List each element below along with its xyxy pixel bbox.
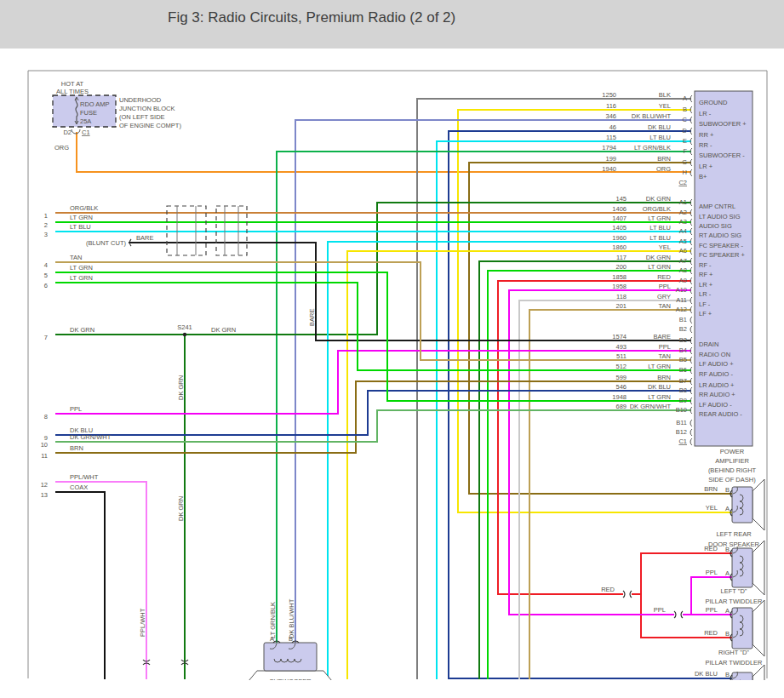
- circuit-number-label: 1406: [612, 205, 627, 213]
- connector-function-label: RR AUDIO +: [699, 391, 735, 398]
- wire-color-label: BRN: [70, 444, 83, 452]
- wire-red: [632, 553, 733, 594]
- wire-color-label: YEL: [706, 504, 718, 512]
- circuit-number-label: 1407: [612, 215, 627, 222]
- wire-tan: [55, 262, 691, 360]
- wire-color-label: DK BLU: [648, 383, 671, 391]
- pin-letter-label: B12: [676, 428, 687, 436]
- speaker-caption: LEFT "D": [720, 587, 747, 595]
- pin-letter-label: A5: [679, 237, 687, 245]
- pin-arc-icon: [690, 438, 692, 445]
- wire-color-label: TAN: [659, 302, 671, 310]
- pin-letter-label: B: [683, 106, 687, 113]
- wire-color-label: LT BLU: [650, 234, 671, 242]
- circuit-number-label: 46: [609, 123, 616, 131]
- pin-arc-icon: [690, 326, 692, 333]
- connector-function-label: AMP CNTRL: [699, 203, 735, 210]
- connector-function-label: RF AUDIO -: [699, 370, 734, 378]
- connector-function-label: FC SPEAKER -: [699, 242, 744, 249]
- junction-block-label: UNDERHOOD: [119, 96, 162, 104]
- connector-function-label: LF AUDIO +: [699, 360, 734, 368]
- connector-function-label: RR -: [699, 141, 712, 149]
- wire-color-label: BLK: [659, 91, 671, 99]
- wire-color-label: DK GRN: [646, 195, 671, 203]
- circuit-number-label: 689: [615, 403, 627, 410]
- pin-letter-label: A: [683, 94, 687, 102]
- wire-color-label: BRN: [657, 155, 671, 163]
- connector-c2-label: C2: [678, 179, 687, 186]
- connector-function-label: RR +: [699, 131, 714, 139]
- circuit-number-label: 116: [606, 102, 616, 110]
- pin-letter-label: D: [683, 127, 688, 134]
- connector-function-label: RT AUDIO SIG: [699, 232, 741, 239]
- connector-function-label: B+: [699, 173, 707, 180]
- pin-letter-label: B11: [676, 419, 687, 426]
- circuit-number-label: 346: [605, 112, 616, 120]
- wire-color-label: DK GRN/WHT: [630, 403, 672, 410]
- wire-color-label: ORG/BLK: [70, 204, 98, 212]
- hot-at-all-times-label: ALL TIMES: [56, 88, 89, 95]
- screenshot-root: Fig 3: Radio Circuits, Premium Radio (2 …: [0, 0, 784, 698]
- connector-function-label: SUBWOOFER +: [699, 120, 747, 128]
- speaker-caption: PILLAR TWIDDLER: [706, 659, 764, 667]
- fuse-label: FUSE: [80, 109, 97, 117]
- wire-color-label: BRN: [657, 374, 671, 381]
- wire-color-label: YEL: [659, 102, 671, 110]
- pin-letter-label: B2: [679, 325, 687, 333]
- wire-color-label: LT BLU: [650, 134, 671, 141]
- circuit-number-label: 546: [615, 383, 627, 391]
- wire-color-label: RED: [704, 545, 718, 552]
- pin-letter-label: F: [683, 147, 687, 155]
- connector-function-label: FC SPEAKER +: [699, 251, 746, 259]
- pin-letter-label: B1: [679, 316, 687, 323]
- row-number-label: 3: [44, 231, 48, 238]
- circuit-number-label: 118: [616, 293, 627, 300]
- wire-lt-grn: [55, 283, 691, 370]
- wire-coax: [55, 492, 105, 679]
- junction-block-label: (ON LEFT SIDE: [119, 113, 165, 121]
- splice-label: RED: [601, 586, 615, 593]
- connector-function-label: LR +: [699, 281, 713, 289]
- pin-letter-label: B: [725, 486, 730, 494]
- wire-color-label: LT GRN: [648, 393, 671, 401]
- splice-label: PPL: [654, 606, 666, 614]
- wire-color-label: ORG: [656, 165, 671, 173]
- junction-block-label: JUNCTION BLOCK: [119, 105, 175, 112]
- subwoofer-box: [264, 643, 317, 671]
- speaker-caption: PILLAR TWIDDLER: [706, 598, 764, 605]
- circuit-number-label: 117: [616, 254, 627, 261]
- wire-color-label: LT BLU: [70, 223, 91, 231]
- pin-letter-label: H: [683, 169, 687, 176]
- pin-letter-label: B5: [679, 356, 687, 363]
- wire-color-label: TAN: [659, 352, 671, 360]
- wire-color-label: LT GRN: [648, 363, 671, 370]
- pin-letter-label: A: [725, 569, 730, 577]
- connector-function-label: LF AUDIO -: [699, 401, 732, 409]
- splice-s241-dot: [183, 333, 186, 336]
- speaker-box: [732, 548, 753, 587]
- circuit-number-label: 1958: [612, 283, 627, 290]
- wire-color-label: RED: [657, 273, 671, 281]
- row-number-label: 13: [41, 491, 48, 499]
- circuit-number-label: 1948: [612, 393, 627, 401]
- blunt-cut-label: (BLUNT CUT): [86, 239, 126, 247]
- pin-letter-label: A8: [679, 266, 687, 274]
- wire-color-label-vertical: DK GRN: [177, 496, 185, 521]
- speaker-cone: [753, 541, 764, 595]
- wire-color-label: PPL/WHT: [70, 473, 99, 481]
- wire-color-label: LT GRN: [648, 263, 671, 271]
- speaker-caption: RIGHT "D": [718, 649, 749, 656]
- pin-letter-label: A9: [679, 277, 687, 284]
- wire-color-label: DK GRN/WHT: [70, 433, 112, 441]
- pin-letter-label: B7: [679, 377, 687, 385]
- row-number-label: 5: [44, 272, 48, 279]
- wire-color-label: COAX: [70, 483, 88, 491]
- speaker-caption: LEFT REAR: [716, 530, 752, 538]
- pin-arc-icon: [690, 317, 692, 323]
- connector-function-label: RADIO ON: [699, 351, 730, 358]
- wire-color-label: LT GRN/BLK: [634, 144, 671, 152]
- circuit-number-label: 1960: [612, 234, 627, 242]
- pin-letter-label: A: [725, 505, 730, 512]
- hot-at-all-times-label: HOT AT: [61, 80, 84, 88]
- pin-letter-label: C1: [678, 438, 687, 445]
